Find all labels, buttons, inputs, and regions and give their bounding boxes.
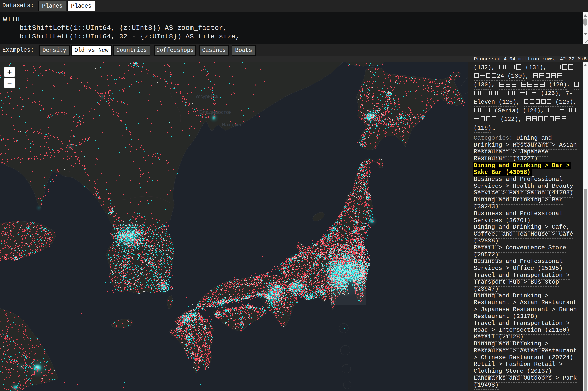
svg-text:Находка: Находка — [222, 122, 241, 127]
svg-text:Владивосток: Владивосток — [199, 109, 232, 115]
svg-text:Уссурийск: Уссурийск — [195, 94, 218, 99]
